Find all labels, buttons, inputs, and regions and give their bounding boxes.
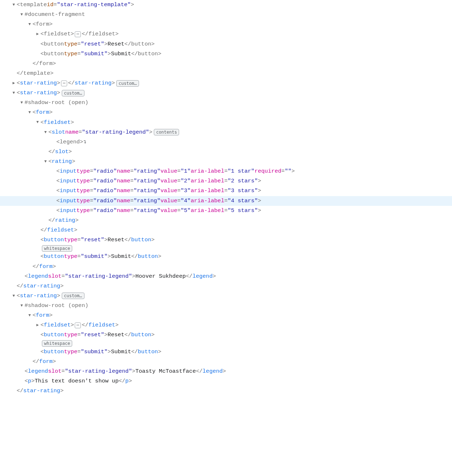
punctuation: > — [57, 291, 60, 301]
punctuation: = — [90, 186, 93, 196]
tree-toggle-icon[interactable]: ▼ — [19, 11, 25, 18]
attr-name: slot — [48, 367, 61, 376]
attr-value: "radio" — [93, 176, 117, 186]
punctuation: < — [40, 118, 44, 127]
punctuation: = — [177, 166, 181, 176]
attr-name: name — [65, 127, 79, 137]
tree-toggle-icon[interactable]: ▶ — [11, 80, 17, 87]
tag-name: star-rating — [20, 78, 57, 88]
tree-toggle-icon[interactable]: ▶ — [35, 31, 40, 38]
punctuation: < — [56, 186, 60, 196]
punctuation: </ — [32, 59, 39, 69]
tag-name: legend — [28, 272, 48, 281]
attr-name: name — [117, 206, 130, 216]
tree-toggle-icon[interactable]: ▼ — [35, 119, 40, 126]
attr-name: aria-label — [191, 166, 224, 176]
punctuation: > — [149, 127, 152, 137]
tag-name: rating — [55, 216, 75, 225]
tag-name: legend — [60, 137, 80, 147]
whitespace-badge[interactable]: whitespace — [42, 340, 72, 347]
tree-toggle-icon[interactable]: ▼ — [19, 302, 25, 309]
attr-value: "star-rating-template" — [57, 0, 131, 10]
punctuation: < — [25, 272, 28, 281]
punctuation: > — [108, 347, 111, 357]
tag-name: button — [138, 347, 158, 357]
punctuation: < — [40, 235, 44, 245]
attr-value: "5 stars" — [228, 206, 258, 216]
text-content: Toasty McToastface — [135, 367, 196, 376]
attr-name: name — [117, 166, 130, 176]
attr-name: value — [160, 206, 177, 216]
attr-name: type — [64, 330, 77, 340]
tag-name: star-rating — [20, 291, 57, 301]
punctuation: > — [74, 225, 77, 235]
punctuation: > — [49, 108, 53, 117]
attr-name: type — [64, 347, 77, 357]
tree-toggle-icon[interactable]: ▼ — [43, 129, 48, 136]
ellipsis-badge[interactable]: ⋯ — [75, 31, 81, 37]
tag-name: template — [23, 69, 50, 78]
attr-name: type — [77, 166, 90, 176]
punctuation: </ — [125, 39, 131, 49]
punctuation: < — [48, 157, 52, 166]
ellipsis-badge[interactable]: ⋯ — [61, 81, 67, 86]
tag-name: button — [131, 235, 151, 245]
tag-name: input — [60, 206, 77, 216]
tag-name: button — [131, 330, 151, 340]
attr-name: value — [160, 166, 177, 176]
attr-name: name — [117, 196, 130, 206]
tree-toggle-icon[interactable]: ▼ — [27, 109, 32, 116]
punctuation: > — [223, 367, 226, 376]
punctuation: = — [177, 196, 181, 206]
tree-toggle-icon[interactable]: ▼ — [11, 293, 17, 299]
tree-toggle-icon[interactable]: ▼ — [43, 158, 48, 165]
custom-badge[interactable]: custom… — [62, 90, 84, 96]
tag-name: legend — [28, 367, 48, 376]
attr-value: "rating" — [134, 186, 160, 196]
custom-badge[interactable]: custom… — [62, 293, 84, 299]
punctuation: > — [53, 59, 56, 69]
punctuation: </ — [17, 386, 23, 396]
punctuation: > — [151, 235, 155, 245]
reveal-icon[interactable]: ↴ — [83, 137, 86, 147]
tree-toggle-icon[interactable]: ▶ — [35, 322, 40, 329]
tag-name: fieldset — [88, 29, 115, 39]
tag-name: form — [36, 108, 49, 117]
punctuation: </ — [186, 272, 193, 281]
punctuation: </ — [131, 347, 138, 357]
ellipsis-badge[interactable]: ⋯ — [75, 323, 81, 328]
attr-name: aria-label — [191, 186, 224, 196]
punctuation: = — [130, 186, 134, 196]
punctuation: = — [77, 39, 81, 49]
punctuation: > — [132, 367, 135, 376]
text-content: Submit — [111, 49, 131, 59]
punctuation: > — [104, 330, 108, 340]
punctuation: > — [291, 166, 295, 176]
punctuation: = — [53, 0, 57, 10]
attr-value: "star-rating-legend" — [82, 127, 149, 137]
punctuation: = — [77, 49, 81, 59]
punctuation: = — [224, 206, 227, 216]
punctuation: </ — [125, 330, 131, 340]
punctuation: > — [258, 196, 261, 206]
tag-name: star-rating — [23, 281, 60, 291]
punctuation: > — [151, 330, 155, 340]
tree-toggle-icon[interactable]: ▼ — [27, 21, 32, 28]
punctuation: > — [57, 78, 60, 88]
punctuation: > — [60, 386, 64, 396]
tree-toggle-icon[interactable]: ▼ — [27, 312, 32, 319]
custom-badge[interactable]: custom… — [116, 80, 139, 87]
punctuation: < — [25, 367, 28, 376]
punctuation: < — [48, 127, 52, 137]
tag-name: legend — [203, 367, 223, 376]
tree-toggle-icon[interactable]: ▼ — [11, 90, 17, 96]
punctuation: > — [71, 118, 74, 127]
whitespace-badge[interactable]: whitespace — [42, 245, 72, 252]
tree-toggle-icon[interactable]: ▼ — [19, 99, 25, 106]
punctuation: = — [61, 367, 65, 376]
punctuation: > — [50, 69, 53, 78]
tree-toggle-icon[interactable]: ▼ — [11, 1, 17, 8]
contents-badge[interactable]: contents — [154, 129, 179, 135]
punctuation: > — [104, 235, 108, 245]
tag-name: button — [138, 252, 158, 261]
